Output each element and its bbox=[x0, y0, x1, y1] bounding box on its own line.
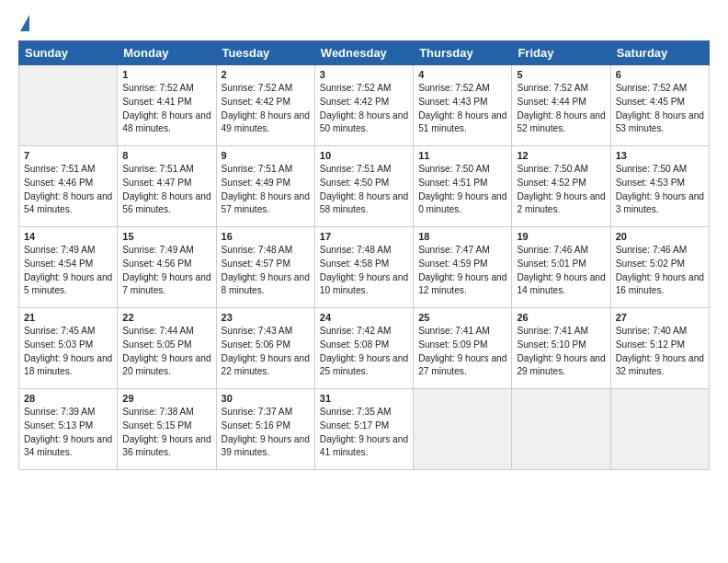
day-number: 24 bbox=[320, 312, 408, 323]
day-number: 30 bbox=[222, 393, 310, 404]
day-number: 3 bbox=[320, 69, 408, 80]
calendar-cell: 25Sunrise: 7:41 AM Sunset: 5:09 PM Dayli… bbox=[414, 308, 512, 389]
day-number: 23 bbox=[222, 312, 310, 323]
day-number: 11 bbox=[418, 150, 506, 161]
calendar-cell: 13Sunrise: 7:50 AM Sunset: 4:53 PM Dayli… bbox=[610, 146, 709, 227]
page-container: SundayMondayTuesdayWednesdayThursdayFrid… bbox=[0, 0, 728, 479]
day-number: 21 bbox=[24, 312, 112, 323]
cell-content: Sunrise: 7:43 AM Sunset: 5:06 PM Dayligh… bbox=[222, 325, 310, 379]
day-number: 9 bbox=[222, 150, 310, 161]
cell-content: Sunrise: 7:38 AM Sunset: 5:15 PM Dayligh… bbox=[122, 406, 210, 460]
calendar-header-row: SundayMondayTuesdayWednesdayThursdayFrid… bbox=[19, 41, 710, 65]
calendar-cell: 28Sunrise: 7:39 AM Sunset: 5:13 PM Dayli… bbox=[19, 389, 118, 470]
cell-content: Sunrise: 7:50 AM Sunset: 4:53 PM Dayligh… bbox=[616, 163, 704, 217]
day-number: 18 bbox=[418, 231, 506, 242]
calendar-cell: 3Sunrise: 7:52 AM Sunset: 4:42 PM Daylig… bbox=[314, 65, 413, 146]
calendar-cell bbox=[512, 389, 610, 470]
day-number: 7 bbox=[24, 150, 112, 161]
day-number: 1 bbox=[122, 69, 210, 80]
calendar-cell bbox=[610, 389, 709, 470]
cell-content: Sunrise: 7:51 AM Sunset: 4:49 PM Dayligh… bbox=[222, 163, 310, 217]
day-number: 27 bbox=[616, 312, 704, 323]
calendar-cell: 16Sunrise: 7:48 AM Sunset: 4:57 PM Dayli… bbox=[216, 227, 314, 308]
calendar-day-header: Tuesday bbox=[216, 41, 314, 65]
cell-content: Sunrise: 7:37 AM Sunset: 5:16 PM Dayligh… bbox=[222, 406, 310, 460]
cell-content: Sunrise: 7:46 AM Sunset: 5:01 PM Dayligh… bbox=[517, 244, 605, 298]
day-number: 28 bbox=[24, 393, 112, 404]
calendar-cell: 31Sunrise: 7:35 AM Sunset: 5:17 PM Dayli… bbox=[314, 389, 413, 470]
cell-content: Sunrise: 7:51 AM Sunset: 4:50 PM Dayligh… bbox=[320, 163, 408, 217]
calendar-cell: 29Sunrise: 7:38 AM Sunset: 5:15 PM Dayli… bbox=[118, 389, 216, 470]
calendar-cell: 21Sunrise: 7:45 AM Sunset: 5:03 PM Dayli… bbox=[19, 308, 118, 389]
cell-content: Sunrise: 7:39 AM Sunset: 5:13 PM Dayligh… bbox=[24, 406, 112, 460]
calendar-day-header: Wednesday bbox=[314, 41, 413, 65]
calendar-day-header: Monday bbox=[118, 41, 216, 65]
calendar-cell: 1Sunrise: 7:52 AM Sunset: 4:41 PM Daylig… bbox=[118, 65, 216, 146]
calendar-cell: 7Sunrise: 7:51 AM Sunset: 4:46 PM Daylig… bbox=[19, 146, 118, 227]
calendar-cell: 6Sunrise: 7:52 AM Sunset: 4:45 PM Daylig… bbox=[610, 65, 709, 146]
calendar-cell: 20Sunrise: 7:46 AM Sunset: 5:02 PM Dayli… bbox=[610, 227, 709, 308]
day-number: 31 bbox=[320, 393, 408, 404]
calendar-cell: 8Sunrise: 7:51 AM Sunset: 4:47 PM Daylig… bbox=[118, 146, 216, 227]
calendar-cell: 27Sunrise: 7:40 AM Sunset: 5:12 PM Dayli… bbox=[610, 308, 709, 389]
day-number: 4 bbox=[418, 69, 506, 80]
day-number: 14 bbox=[24, 231, 112, 242]
calendar-cell: 15Sunrise: 7:49 AM Sunset: 4:56 PM Dayli… bbox=[118, 227, 216, 308]
calendar-table: SundayMondayTuesdayWednesdayThursdayFrid… bbox=[18, 40, 710, 470]
calendar-day-header: Sunday bbox=[19, 41, 118, 65]
day-number: 2 bbox=[222, 69, 310, 80]
calendar-cell: 5Sunrise: 7:52 AM Sunset: 4:44 PM Daylig… bbox=[512, 65, 610, 146]
cell-content: Sunrise: 7:41 AM Sunset: 5:10 PM Dayligh… bbox=[517, 325, 605, 379]
day-number: 19 bbox=[517, 231, 605, 242]
day-number: 22 bbox=[122, 312, 210, 323]
day-number: 8 bbox=[122, 150, 210, 161]
cell-content: Sunrise: 7:51 AM Sunset: 4:47 PM Dayligh… bbox=[122, 163, 210, 217]
calendar-cell: 12Sunrise: 7:50 AM Sunset: 4:52 PM Dayli… bbox=[512, 146, 610, 227]
calendar-cell: 24Sunrise: 7:42 AM Sunset: 5:08 PM Dayli… bbox=[314, 308, 413, 389]
calendar-cell: 17Sunrise: 7:48 AM Sunset: 4:58 PM Dayli… bbox=[314, 227, 413, 308]
cell-content: Sunrise: 7:51 AM Sunset: 4:46 PM Dayligh… bbox=[24, 163, 112, 217]
calendar-day-header: Thursday bbox=[414, 41, 512, 65]
day-number: 10 bbox=[320, 150, 408, 161]
calendar-week-row: 28Sunrise: 7:39 AM Sunset: 5:13 PM Dayli… bbox=[19, 389, 710, 470]
day-number: 6 bbox=[616, 69, 704, 80]
calendar-cell: 4Sunrise: 7:52 AM Sunset: 4:43 PM Daylig… bbox=[414, 65, 512, 146]
calendar-cell: 23Sunrise: 7:43 AM Sunset: 5:06 PM Dayli… bbox=[216, 308, 314, 389]
cell-content: Sunrise: 7:41 AM Sunset: 5:09 PM Dayligh… bbox=[418, 325, 506, 379]
logo bbox=[18, 15, 29, 31]
cell-content: Sunrise: 7:52 AM Sunset: 4:42 PM Dayligh… bbox=[222, 82, 310, 136]
cell-content: Sunrise: 7:52 AM Sunset: 4:44 PM Dayligh… bbox=[517, 82, 605, 136]
calendar-cell: 26Sunrise: 7:41 AM Sunset: 5:10 PM Dayli… bbox=[512, 308, 610, 389]
calendar-cell: 18Sunrise: 7:47 AM Sunset: 4:59 PM Dayli… bbox=[414, 227, 512, 308]
day-number: 12 bbox=[517, 150, 605, 161]
calendar-cell: 19Sunrise: 7:46 AM Sunset: 5:01 PM Dayli… bbox=[512, 227, 610, 308]
calendar-week-row: 14Sunrise: 7:49 AM Sunset: 4:54 PM Dayli… bbox=[19, 227, 710, 308]
cell-content: Sunrise: 7:40 AM Sunset: 5:12 PM Dayligh… bbox=[616, 325, 704, 379]
cell-content: Sunrise: 7:48 AM Sunset: 4:57 PM Dayligh… bbox=[222, 244, 310, 298]
calendar-day-header: Friday bbox=[512, 41, 610, 65]
cell-content: Sunrise: 7:49 AM Sunset: 4:54 PM Dayligh… bbox=[24, 244, 112, 298]
cell-content: Sunrise: 7:49 AM Sunset: 4:56 PM Dayligh… bbox=[122, 244, 210, 298]
calendar-cell bbox=[414, 389, 512, 470]
day-number: 25 bbox=[418, 312, 506, 323]
calendar-cell: 14Sunrise: 7:49 AM Sunset: 4:54 PM Dayli… bbox=[19, 227, 118, 308]
calendar-cell: 22Sunrise: 7:44 AM Sunset: 5:05 PM Dayli… bbox=[118, 308, 216, 389]
day-number: 29 bbox=[122, 393, 210, 404]
calendar-cell: 9Sunrise: 7:51 AM Sunset: 4:49 PM Daylig… bbox=[216, 146, 314, 227]
cell-content: Sunrise: 7:50 AM Sunset: 4:52 PM Dayligh… bbox=[517, 163, 605, 217]
cell-content: Sunrise: 7:50 AM Sunset: 4:51 PM Dayligh… bbox=[418, 163, 506, 217]
calendar-cell: 30Sunrise: 7:37 AM Sunset: 5:16 PM Dayli… bbox=[216, 389, 314, 470]
cell-content: Sunrise: 7:46 AM Sunset: 5:02 PM Dayligh… bbox=[616, 244, 704, 298]
calendar-week-row: 21Sunrise: 7:45 AM Sunset: 5:03 PM Dayli… bbox=[19, 308, 710, 389]
calendar-cell: 11Sunrise: 7:50 AM Sunset: 4:51 PM Dayli… bbox=[414, 146, 512, 227]
day-number: 20 bbox=[616, 231, 704, 242]
calendar-week-row: 7Sunrise: 7:51 AM Sunset: 4:46 PM Daylig… bbox=[19, 146, 710, 227]
calendar-cell: 2Sunrise: 7:52 AM Sunset: 4:42 PM Daylig… bbox=[216, 65, 314, 146]
cell-content: Sunrise: 7:35 AM Sunset: 5:17 PM Dayligh… bbox=[320, 406, 408, 460]
day-number: 13 bbox=[616, 150, 704, 161]
cell-content: Sunrise: 7:42 AM Sunset: 5:08 PM Dayligh… bbox=[320, 325, 408, 379]
calendar-cell: 10Sunrise: 7:51 AM Sunset: 4:50 PM Dayli… bbox=[314, 146, 413, 227]
header bbox=[18, 15, 710, 31]
logo-triangle-icon bbox=[20, 15, 29, 31]
day-number: 26 bbox=[517, 312, 605, 323]
